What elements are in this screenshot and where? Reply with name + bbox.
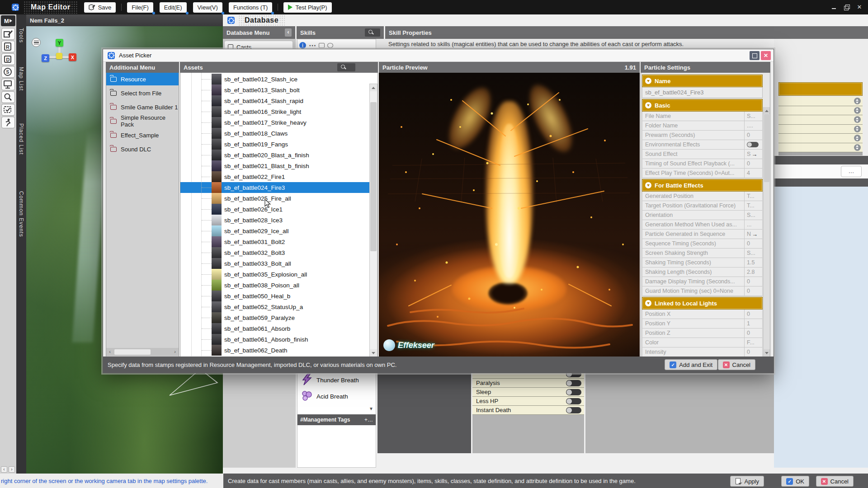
inspect-button[interactable]: [1, 91, 15, 103]
test-play-button[interactable]: Test Play(P): [283, 2, 331, 13]
attribute-row[interactable]: [778, 106, 863, 116]
scrollbar-thumb[interactable]: [764, 114, 769, 182]
additional-menu-item-simple-resource-pack[interactable]: Simple Resource Pack: [106, 115, 179, 127]
asset-item[interactable]: sb_ef_battle062_Death: [180, 345, 369, 356]
event-runner-button[interactable]: [1, 117, 15, 128]
property-row-environmental-effects[interactable]: Environmental Effects: [642, 140, 763, 150]
apply-button[interactable]: Apply: [730, 476, 764, 487]
attribute-row[interactable]: [778, 143, 863, 153]
collapse-left-icon[interactable]: ‹: [285, 28, 292, 37]
attribute-section-header[interactable]: [778, 82, 863, 96]
scroll-left-icon[interactable]: ‹: [106, 348, 113, 356]
skills-search-button[interactable]: [365, 28, 380, 37]
database-button[interactable]: D: [1, 53, 15, 65]
axis-gizmo[interactable]: Y Z X: [42, 39, 81, 73]
side-tab-map-list[interactable]: Map List: [16, 64, 26, 94]
asset-item[interactable]: sb_ef_battle050_Heal_b: [180, 291, 369, 301]
display-button[interactable]: [1, 79, 15, 90]
asset-item[interactable]: sb_ef_battle028_Ice3: [180, 215, 369, 225]
additional-menu-item-sound-dlc[interactable]: Sound DLC: [106, 143, 179, 155]
section-header-linked-to-local-lights[interactable]: Linked to Local Lights: [642, 297, 763, 310]
property-row-sequence-timing-seconds[interactable]: Sequence Timing (Seconds)0: [642, 239, 763, 249]
management-tags-more[interactable]: +…: [364, 417, 373, 423]
assets-search-button[interactable]: [337, 63, 355, 71]
system-button[interactable]: S: [1, 66, 15, 78]
stepper-icon[interactable]: [854, 144, 861, 151]
state-row-paralysis[interactable]: Paralysis: [472, 379, 584, 388]
property-row-orientation[interactable]: OrientationS...: [642, 211, 763, 220]
property-row-position-y[interactable]: Position Y1: [642, 319, 763, 328]
axis-z-cube[interactable]: Z: [42, 54, 49, 62]
management-tags-bar[interactable]: #Management Tags +…: [297, 414, 376, 425]
stepper-icon[interactable]: [854, 98, 861, 104]
asset-item[interactable]: sb_ef_battle032_Bolt3: [180, 247, 369, 258]
dialog-close-icon[interactable]: ✕: [761, 51, 771, 60]
additional-menu-item-smile-game-builder-1[interactable]: Smile Game Builder 1: [106, 101, 179, 113]
property-row-position-x[interactable]: Position X0: [642, 310, 763, 319]
property-row-screen-shaking-strength[interactable]: Screen Shaking StrengthS...: [642, 249, 763, 258]
attribute-row[interactable]: [778, 134, 863, 143]
asset-item[interactable]: sb_ef_battle020_Blast_a_finish: [180, 150, 369, 160]
section-header-for-battle-effects[interactable]: For Battle Effects: [642, 179, 763, 192]
particle-preview-viewport[interactable]: Effekseer: [379, 73, 640, 357]
placement-button[interactable]: [1, 104, 15, 116]
asset-item[interactable]: sb_ef_battle022_Fire1: [180, 171, 369, 182]
stepper-icon[interactable]: [854, 107, 861, 114]
asset-item[interactable]: sb_ef_battle025_Fire_all: [180, 193, 369, 204]
attribute-row[interactable]: [778, 97, 863, 106]
property-row-folder-name[interactable]: Folder Name....: [642, 121, 763, 131]
menu-item-edit-e[interactable]: Edit(E): [160, 2, 187, 13]
property-row-color[interactable]: ColorF...: [642, 338, 763, 347]
map-title-bar[interactable]: Nem Falls_2: [26, 14, 223, 26]
resource-button[interactable]: R: [1, 41, 15, 52]
asset-item[interactable]: sb_ef_battle018_Claws: [180, 128, 369, 139]
scroll-right-icon[interactable]: ›: [171, 348, 179, 356]
property-row-timing-of-sound-effect-playback[interactable]: Timing of Sound Effect Playback (...0: [642, 159, 763, 169]
map-menu-icon[interactable]: [32, 38, 41, 47]
asset-item[interactable]: sb_ef_battle059_Paralyze: [180, 312, 369, 323]
stepper-icon[interactable]: [854, 126, 861, 132]
asset-item[interactable]: sb_ef_battle038_Poison_all: [180, 280, 369, 291]
folder-icon[interactable]: [319, 43, 325, 48]
side-tab-placed-list[interactable]: Placed List: [16, 121, 26, 158]
additional-menu-item-select-from-file[interactable]: Select from File: [106, 87, 179, 99]
skill-item-thunder-breath[interactable]: Thunder Breath: [297, 372, 376, 388]
name-value-field[interactable]: sb_ef_battle024_Fire3: [642, 87, 763, 98]
additional-menu-item-effect-sample[interactable]: Effect_Sample: [106, 129, 179, 141]
additional-menu-item-resource[interactable]: Resource: [106, 73, 179, 85]
asset-item[interactable]: sb_ef_battle031_Bolt2: [180, 236, 369, 247]
asset-item[interactable]: sb_ef_battle017_Strike_heavy: [180, 117, 369, 128]
asset-item[interactable]: sb_ef_battle026_Ice1: [180, 204, 369, 215]
dialog-restore-icon[interactable]: [750, 51, 760, 60]
menu-item-functions-t[interactable]: Functions (T): [229, 2, 273, 13]
property-row-intensity[interactable]: Intensity0: [642, 347, 763, 357]
attribute-row[interactable]: [778, 125, 863, 134]
asset-item[interactable]: sb_ef_battle061_Absorb: [180, 323, 369, 334]
scroll-up-icon[interactable]: [370, 84, 377, 91]
toggle-off-icon[interactable]: [566, 407, 581, 413]
state-row-sleep[interactable]: Sleep: [472, 388, 584, 397]
refresh-icon[interactable]: [327, 43, 333, 48]
asset-item[interactable]: sb_ef_battle024_Fire3: [180, 182, 369, 193]
axis-x-cube[interactable]: X: [69, 53, 76, 61]
scroll-down-icon[interactable]: ▼: [369, 406, 373, 411]
property-row-guard-motion-timing-sec-0-none[interactable]: Guard Motion Timing (sec) 0=None0: [642, 286, 763, 296]
property-row-damage-display-timing-seconds[interactable]: Damage Display Timing (Seconds...0: [642, 277, 763, 286]
asset-item[interactable]: sb_ef_battle029_Ice_all: [180, 225, 369, 236]
axis-y-cube[interactable]: Y: [56, 39, 63, 47]
attribute-row[interactable]: [778, 115, 863, 125]
side-tab-tools[interactable]: Tools: [16, 25, 26, 46]
editor-logo[interactable]: M: [1, 15, 15, 26]
state-row-instant-death[interactable]: Instant Death: [472, 406, 584, 415]
menu-item-view-v[interactable]: View(V): [193, 2, 222, 13]
add-and-exit-button[interactable]: ✓ Add and Exit: [665, 359, 717, 370]
vertical-scrollbar[interactable]: [369, 84, 377, 357]
toggle-off-icon[interactable]: [566, 398, 581, 404]
asset-item[interactable]: sb_ef_battle035_Explosion_all: [180, 269, 369, 280]
asset-item[interactable]: sb_ef_battle014_Slash_rapid: [180, 95, 369, 106]
cancel-button[interactable]: ✕ Cancel: [816, 476, 854, 487]
asset-item[interactable]: sb_ef_battle052_StatusUp_a: [180, 301, 369, 312]
horizontal-scrollbar[interactable]: ‹ ›: [106, 348, 179, 356]
menu-item-file-f[interactable]: File(F): [127, 2, 153, 13]
scroll-down-icon[interactable]: [370, 349, 377, 357]
